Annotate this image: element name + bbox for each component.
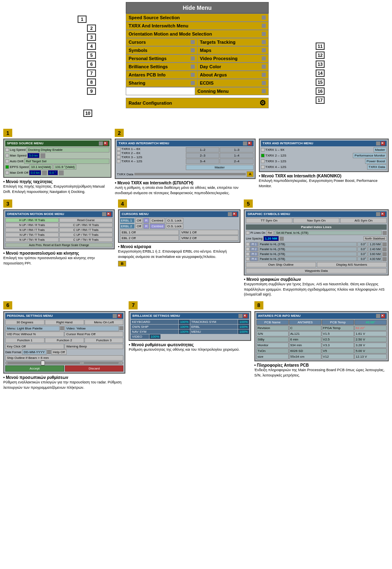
step-icon — [280, 237, 284, 241]
arrow-icon — [262, 40, 266, 44]
num-16: 16 — [316, 87, 325, 95]
num-5: 5 — [87, 52, 96, 59]
close-icon2[interactable]: ✕ — [248, 141, 252, 146]
menu-radar-config[interactable]: Radar Configuration ⚙ — [126, 98, 268, 108]
auto-pres-note: Auto Pres. Reset at Each Range Scale Cha… — [5, 243, 113, 247]
menu-txrx[interactable]: TXRX And Interswitch Menu — [126, 22, 268, 29]
checkbox-mandrift[interactable] — [5, 171, 9, 175]
back-icon6[interactable] — [376, 212, 380, 216]
num-1: 1 — [78, 16, 87, 23]
menu-cursors[interactable]: Cursors — [126, 38, 198, 46]
menu-daycolor[interactable]: Day Color — [198, 63, 269, 70]
txrx4-cb[interactable] — [117, 159, 120, 163]
back-icon[interactable] — [99, 141, 103, 146]
close-icon6[interactable]: ✕ — [381, 212, 385, 216]
section-7-desc: • Μενού ρυθμίσεων φωτεινότητας Ρύθμιση φ… — [129, 343, 251, 352]
section-2: 2 TXRX AND INTERSWITCH MENU ✕ TXRX 1 – 6… — [115, 129, 256, 195]
pl2-cb[interactable] — [246, 247, 249, 251]
arrow-icon — [191, 56, 195, 60]
menu-sharing[interactable]: Sharing — [126, 79, 198, 87]
back-icon3[interactable] — [376, 141, 380, 146]
back-icon9[interactable] — [376, 314, 380, 318]
close-icon3[interactable]: ✕ — [381, 141, 385, 146]
menu-symbols[interactable]: Symbols — [126, 47, 198, 54]
txrx2-1-cb[interactable] — [261, 148, 265, 152]
close-icon[interactable]: ✕ — [104, 141, 108, 146]
txrx3-cb[interactable] — [117, 155, 120, 159]
txrx-data-bar — [134, 173, 246, 175]
back-icon5[interactable] — [228, 212, 232, 216]
back-icon7[interactable] — [113, 314, 117, 318]
section-8: 8 ANTARES PCB INFO MENU ✕ PCB Name ANTAR… — [254, 301, 389, 378]
section-6-num: 6 — [3, 301, 12, 309]
close-icon8[interactable]: ✕ — [243, 314, 247, 318]
checkbox-epfs[interactable] — [5, 165, 9, 169]
txrx2-cb[interactable] — [117, 151, 120, 155]
num-2: 2 — [87, 25, 96, 32]
close-icon7[interactable]: ✕ — [118, 314, 122, 318]
menu-brilliance[interactable]: Brilliance Settings — [126, 63, 198, 70]
close-icon5[interactable]: ✕ — [233, 212, 237, 216]
section-7: 7 BRILLIANCE SETTINGS MENU ✕ KEYBOARD 10… — [129, 301, 251, 352]
arrow-date — [47, 350, 51, 354]
label-A: A — [247, 171, 254, 177]
menu-antares[interactable]: Antares PCB Info — [126, 71, 198, 78]
arrow-icon — [262, 24, 266, 28]
txrx1-cb[interactable] — [117, 147, 120, 151]
txrx2-2-cb[interactable] — [261, 154, 265, 157]
menu-personal[interactable]: Personal Settings — [126, 55, 198, 62]
menu-maps[interactable]: Maps — [198, 47, 269, 54]
num-3: 3 — [87, 34, 96, 41]
menu-orientation[interactable]: Orientation Motion and Mode Selection — [126, 30, 268, 38]
up-down-icon3 — [59, 170, 64, 175]
num-7: 7 — [87, 69, 96, 77]
symbols-panel-title: GRAPHIC SYMBOLS MENU ✕ — [246, 211, 387, 217]
arrow-icon — [262, 65, 266, 69]
pl1-cb[interactable] — [246, 242, 249, 246]
back-icon2[interactable] — [243, 141, 247, 146]
num-15: 15 — [316, 78, 325, 86]
discard-button[interactable]: Discard — [65, 365, 124, 372]
menu-ecdis[interactable]: ECDIS — [198, 79, 269, 87]
pl4-cb[interactable] — [246, 257, 249, 261]
close-icon4[interactable]: ✕ — [107, 212, 111, 216]
section-2-desc2: • Μενού TXRX και Interswitch (ΚΑΝΟΝΙΚΟ) … — [259, 174, 389, 188]
arrow-icon — [191, 48, 195, 52]
menu-targets[interactable]: Targets Tracking — [198, 38, 269, 46]
menu-video[interactable]: Video Processing — [198, 55, 269, 62]
arrow-icon — [262, 48, 266, 52]
antares-panel-title: ANTARES PCB INFO MENU ✕ — [256, 313, 387, 319]
txrx2-4-cb[interactable] — [261, 165, 265, 169]
section-8-desc: • Πληροφορίες Antares PCB Ένδειξη πληροφ… — [254, 363, 389, 378]
arrow7 — [383, 242, 387, 246]
num-6: 6 — [87, 60, 96, 68]
arrow9 — [383, 252, 387, 256]
pil-cb[interactable] — [246, 231, 249, 235]
section-5: 5 GRAPHIC SYMBOLS MENU ✕ TT Sym On Nav S… — [244, 199, 389, 297]
checkbox-autodrift[interactable] — [5, 159, 9, 163]
menu-speed-source[interactable]: Speed Source Selection — [126, 14, 268, 21]
num-8: 8 — [87, 78, 96, 86]
section-2-num: 2 — [115, 129, 124, 137]
txrx-panel-title: TXRX AND INTERSWITCH MENU ✕ — [117, 141, 254, 146]
menu-conning[interactable]: Conning Menu — [195, 87, 269, 95]
checkbox-manspeed[interactable] — [5, 154, 9, 157]
slider-knob[interactable] — [41, 361, 45, 365]
arrow10 — [383, 257, 387, 261]
back-icon4[interactable] — [102, 212, 106, 216]
arrow-icon — [191, 73, 195, 77]
section-1-desc: • Μενού πηγής ταχύτητας Επιλογή της πηγή… — [3, 179, 111, 194]
section-4-num: 4 — [118, 199, 127, 208]
menu-about[interactable]: About Argus — [198, 71, 269, 78]
arrow-icon — [262, 89, 266, 93]
txrx2-3-cb[interactable] — [261, 159, 265, 163]
accept-button[interactable]: Accept — [5, 365, 64, 372]
hide-menu-title: Hide Menu — [126, 2, 269, 13]
pl3-cb[interactable] — [246, 252, 249, 256]
checkbox-logspeed[interactable] — [5, 148, 9, 152]
back-icon8[interactable] — [238, 314, 243, 318]
pil-title: Parallel Index Lines — [246, 224, 387, 230]
up-down-icon2 — [42, 170, 47, 175]
close-icon9[interactable]: ✕ — [381, 314, 385, 318]
sort-icon — [383, 231, 387, 235]
